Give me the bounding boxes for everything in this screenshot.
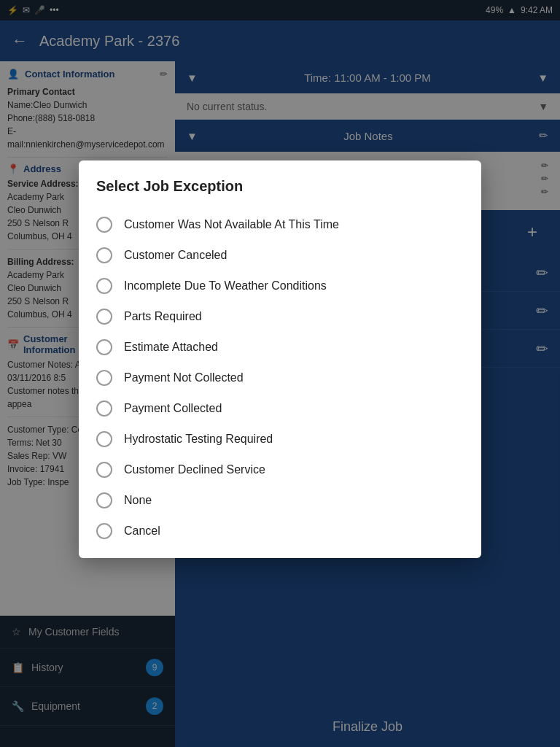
option-8[interactable]: Hydrostatic Testing Required	[96, 424, 464, 454]
option-9[interactable]: Customer Declined Service	[96, 454, 464, 485]
option-7-label: Payment Collected	[124, 402, 222, 415]
radio-5	[96, 339, 112, 355]
option-3-label: Incomplete Due To Weather Conditions	[124, 279, 327, 293]
option-6[interactable]: Payment Not Collected	[96, 363, 464, 393]
option-9-label: Customer Declined Service	[124, 463, 265, 476]
option-1-label: Customer Was Not Available At This Time	[124, 218, 339, 231]
option-cancel-label: Cancel	[124, 525, 160, 538]
option-10[interactable]: None	[96, 485, 464, 516]
option-2-label: Customer Canceled	[124, 249, 227, 262]
dialog-title: Select Job Exception	[96, 178, 464, 195]
option-3[interactable]: Incomplete Due To Weather Conditions	[96, 271, 464, 301]
radio-6	[96, 370, 112, 386]
radio-10	[96, 492, 112, 508]
option-8-label: Hydrostatic Testing Required	[124, 433, 273, 446]
select-job-exception-dialog: Select Job Exception Customer Was Not Av…	[79, 160, 481, 558]
radio-9	[96, 462, 112, 478]
radio-1	[96, 217, 112, 233]
radio-4	[96, 309, 112, 325]
option-cancel[interactable]: Cancel	[96, 516, 464, 546]
radio-3	[96, 278, 112, 294]
radio-7	[96, 400, 112, 417]
option-7[interactable]: Payment Collected	[96, 393, 464, 424]
option-1[interactable]: Customer Was Not Available At This Time	[96, 209, 464, 240]
option-4[interactable]: Parts Required	[96, 301, 464, 332]
option-5[interactable]: Estimate Attached	[96, 332, 464, 363]
option-4-label: Parts Required	[124, 310, 202, 323]
option-5-label: Estimate Attached	[124, 341, 218, 354]
option-2[interactable]: Customer Canceled	[96, 240, 464, 271]
radio-8	[96, 431, 112, 447]
option-10-label: None	[124, 494, 152, 507]
option-6-label: Payment Not Collected	[124, 371, 244, 384]
radio-11	[96, 523, 112, 539]
radio-2	[96, 247, 112, 263]
